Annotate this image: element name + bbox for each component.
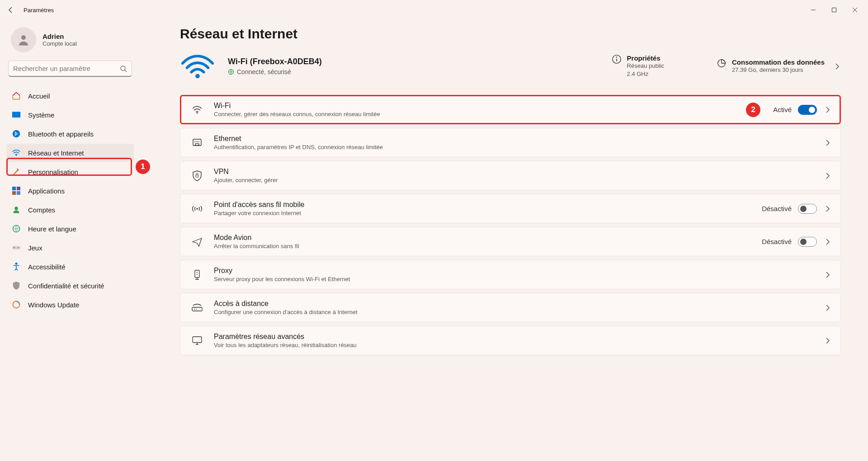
svg-rect-26 (196, 175, 198, 177)
wifi-state-label: Activé (773, 106, 792, 113)
row-remote[interactable]: Accès à distance Configurer une connexio… (180, 293, 841, 322)
window-title: Paramètres (24, 7, 54, 14)
svg-point-33 (196, 309, 197, 310)
sidebar-item-gaming[interactable]: Jeux (6, 239, 134, 257)
svg-point-14 (14, 247, 14, 248)
data-usage-block[interactable]: Consommation des données 27.39 Go, derni… (717, 58, 841, 74)
svg-point-1 (21, 35, 26, 40)
properties-block[interactable]: Propriétés Réseau public2.4 GHz (612, 54, 664, 78)
properties-title: Propriétés (627, 54, 664, 62)
row-proxy[interactable]: Proxy Serveur proxy pour les connexions … (180, 260, 841, 289)
row-sub: Ajouter, connecter, gérer (214, 177, 824, 183)
svg-rect-0 (832, 8, 836, 12)
shield-icon (12, 281, 21, 290)
data-usage-title: Consommation des données (732, 58, 825, 66)
sidebar-item-bluetooth[interactable]: Bluetooth et appareils (6, 125, 134, 143)
sidebar-item-time-language[interactable]: Heure et langue (6, 220, 134, 238)
airplane-icon (189, 237, 205, 247)
person-icon (17, 33, 30, 47)
user-name: Adrien (42, 33, 77, 40)
chevron-right-icon (824, 139, 831, 146)
account-icon (12, 205, 21, 214)
chevron-right-icon (824, 271, 831, 278)
row-sub: Arrêter la communication sans fil (214, 243, 762, 249)
sidebar-item-privacy[interactable]: Confidentialité et sécurité (6, 277, 134, 295)
search-box[interactable] (8, 61, 132, 77)
hotspot-toggle[interactable] (798, 204, 817, 214)
vpn-shield-icon (189, 170, 205, 181)
sidebar-item-accessibility[interactable]: Accessibilité (6, 258, 134, 276)
row-sub: Connecter, gérer des réseaux connus, con… (214, 111, 746, 118)
svg-point-15 (18, 247, 19, 248)
sidebar-item-home[interactable]: Accueil (6, 87, 134, 105)
page-title: Réseau et Internet (180, 26, 841, 42)
svg-rect-8 (17, 187, 20, 190)
sidebar-item-label: Bluetooth et appareils (28, 130, 94, 138)
svg-rect-3 (12, 112, 20, 117)
svg-point-6 (16, 155, 17, 156)
wifi-ssid: Wi-Fi (Freebox-A0DEB4) (228, 57, 322, 66)
wifi-icon (189, 105, 205, 114)
bluetooth-icon (12, 129, 21, 138)
search-icon (120, 65, 127, 72)
wifi-icon (12, 148, 21, 157)
row-vpn[interactable]: VPN Ajouter, connecter, gérer (180, 161, 841, 190)
proxy-icon (189, 269, 205, 280)
sidebar-item-label: Réseau et Internet (28, 149, 84, 157)
row-sub: Partager votre connexion Internet (214, 210, 762, 216)
back-button[interactable] (3, 2, 19, 18)
wifi-state: Connecté, sécurisé (237, 68, 291, 75)
brush-icon (12, 167, 21, 176)
sidebar-item-system[interactable]: Système (6, 106, 134, 124)
gamepad-icon (12, 243, 21, 252)
user-profile[interactable]: Adrien Compte local (11, 27, 131, 52)
row-ethernet[interactable]: Ethernet Authentification, paramètres IP… (180, 128, 841, 157)
sidebar-item-accounts[interactable]: Comptes (6, 201, 134, 219)
sidebar-item-label: Système (28, 111, 54, 119)
network-status-row: Wi-Fi (Freebox-A0DEB4) Connecté, sécuris… (180, 53, 841, 79)
svg-rect-10 (17, 191, 20, 195)
svg-rect-4 (12, 117, 20, 118)
globe-icon (228, 69, 234, 75)
chevron-right-icon (824, 106, 831, 113)
dialup-icon (189, 304, 205, 312)
hotspot-icon (189, 204, 205, 213)
update-icon (12, 300, 21, 309)
sidebar-item-personalization[interactable]: Personnalisation (6, 163, 134, 181)
svg-point-29 (197, 272, 198, 273)
sidebar-item-network[interactable]: Réseau et Internet (6, 144, 134, 162)
minimize-button[interactable] (803, 3, 824, 17)
search-input[interactable] (13, 65, 120, 72)
accessibility-icon (12, 262, 21, 271)
airplane-toggle[interactable] (798, 237, 817, 247)
chevron-right-icon (834, 63, 841, 70)
user-subtitle: Compte local (42, 40, 77, 47)
chevron-right-icon (824, 172, 831, 179)
row-sub: Voir tous les adaptateurs réseau, réinit… (214, 342, 824, 348)
svg-point-23 (197, 112, 198, 113)
sidebar-item-label: Comptes (28, 206, 55, 214)
sidebar-item-apps[interactable]: Applications (6, 182, 134, 200)
row-title: Point d'accès sans fil mobile (214, 201, 762, 209)
row-airplane[interactable]: Mode Avion Arrêter la communication sans… (180, 227, 841, 256)
close-icon (852, 7, 858, 13)
sidebar-item-label: Windows Update (28, 301, 79, 309)
row-sub: Configurer une connexion d'accès à dista… (214, 309, 824, 315)
data-usage-icon (717, 58, 726, 68)
wifi-toggle[interactable] (798, 105, 817, 115)
svg-point-16 (15, 263, 18, 265)
sidebar-item-update[interactable]: Windows Update (6, 296, 134, 314)
sidebar-item-label: Heure et langue (28, 225, 76, 233)
svg-rect-7 (12, 187, 16, 190)
home-icon (12, 91, 21, 100)
maximize-button[interactable] (824, 3, 844, 17)
svg-point-32 (194, 309, 195, 310)
close-button[interactable] (844, 3, 865, 17)
row-advanced[interactable]: Paramètres réseau avancés Voir tous les … (180, 326, 841, 355)
system-icon (12, 110, 21, 119)
row-wifi[interactable]: Wi-Fi Connecter, gérer des réseaux connu… (180, 95, 841, 124)
row-hotspot[interactable]: Point d'accès sans fil mobile Partager v… (180, 194, 841, 223)
svg-point-21 (616, 56, 617, 57)
minimize-icon (811, 7, 816, 13)
sidebar-item-label: Accueil (28, 92, 50, 100)
